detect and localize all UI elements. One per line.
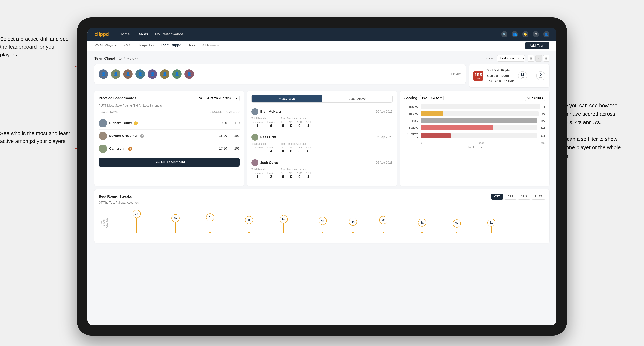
lb-badge-gold: 1 <box>134 121 138 125</box>
user-avatar-icon[interactable]: 👤 <box>543 31 550 37</box>
player-avatar-2[interactable]: 👤 <box>111 69 120 79</box>
chart-x-labels: 0 200 400 <box>404 141 545 144</box>
streak-filter-ott[interactable]: OTT <box>491 194 503 199</box>
pa-stats-josh: Total Rounds Tournament7 Practice2 <box>252 168 392 179</box>
pa-putt-rees: PUTT0 <box>306 146 311 154</box>
player-avatar-3[interactable]: 👤 <box>123 69 133 79</box>
bar-row-dbogeys: D.Bogeys + 131 <box>404 132 545 139</box>
streak-bubble-8: 4x <box>379 216 387 233</box>
lb-avatar-3 <box>99 145 107 153</box>
subnav-hcaps[interactable]: Hcaps 1-5 <box>138 43 154 48</box>
pa-ott-josh: OTT0 <box>281 172 286 179</box>
streaks-filter-buttons: OTT APP ARG PUTT <box>491 194 545 199</box>
annotation-bottom-left: See who is the most and least active amo… <box>0 129 74 145</box>
player-avatar-8[interactable]: 👤 <box>184 69 194 79</box>
lb-name-area-3: Cameron... 3 <box>109 147 214 151</box>
pa-practice-title-josh: Total Practice Activities <box>281 168 311 171</box>
lb-avg-2: 107 <box>232 134 240 138</box>
streak-bubble-10: 3x <box>453 219 461 233</box>
bar-fill-dbogeys <box>420 133 451 138</box>
chevron-down-icon: ▾ <box>236 96 237 100</box>
streak-bubble-6: 4x <box>319 217 327 233</box>
player-avatar-6[interactable]: 👤 <box>160 69 170 79</box>
lb-score-3: 17/20 <box>216 147 227 151</box>
subnav-pga[interactable]: PGA <box>123 43 131 48</box>
team-title-area: Team Clippd | 14 Players ✏ <box>94 56 138 60</box>
nav-link-home[interactable]: Home <box>119 32 130 36</box>
shot-circle-1: 16 yds <box>518 71 527 80</box>
streak-filter-putt[interactable]: PUTT <box>532 194 545 199</box>
pa-name-area-rees: Rees Britt <box>252 134 276 141</box>
scoring-player-filter[interactable]: All Players▾ <box>525 95 545 101</box>
streaks-y-axis-label: % A, Fairway Accuracy <box>100 218 108 228</box>
lb-name-2: Edward Crossman <box>109 134 138 138</box>
bar-label-dbogeys: D.Bogeys + <box>404 132 418 139</box>
pa-stats-blair: Total Rounds Tournament 7 Practice 6 <box>252 117 392 128</box>
player-avatar-4[interactable]: 👤 <box>136 69 145 79</box>
scoring-card: Scoring Par 3, 4 & 5s ▾ All Players▾ Eag… <box>400 91 550 186</box>
pa-rounds-title-josh: Total Rounds <box>252 168 275 171</box>
streak-filter-arg[interactable]: ARG <box>518 194 530 199</box>
pa-putt-blair: PUTT 1 <box>306 121 311 128</box>
streaks-chart-area: % A, Fairway Accuracy 7x 6x <box>99 207 545 239</box>
pa-ott-blair: OTT 0 <box>281 121 286 128</box>
list-view-button[interactable]: ≡ <box>536 55 542 61</box>
team-controls: Show: Last 3 months Last 6 months Last y… <box>486 55 550 61</box>
scoring-title: Scoring <box>404 96 418 100</box>
detail-view-button[interactable]: ⊟ <box>543 55 550 61</box>
grid-view-button[interactable]: ⊞ <box>528 55 534 61</box>
subnav-pgat[interactable]: PGAT Players <box>94 43 116 48</box>
people-icon[interactable]: 👥 <box>512 31 518 37</box>
player-avatar-7[interactable]: 👤 <box>172 69 182 79</box>
pa-practice-values-rees: OTT0 APP0 ARG0 PUTT0 <box>281 146 311 154</box>
bar-value-dbogeys: 131 <box>540 134 545 137</box>
streak-bubble-2: 6x <box>172 214 180 233</box>
bar-row-eagles: Eagles 3 <box>404 104 545 109</box>
scoring-par-filter[interactable]: Par 3, 4 & 5s ▾ <box>420 95 444 101</box>
settings-icon[interactable]: ⚙ <box>533 31 539 37</box>
nav-link-teams[interactable]: Teams <box>137 32 148 36</box>
tab-least-active[interactable]: Least Active <box>322 95 392 102</box>
lb-score-1: 19/20 <box>216 121 227 125</box>
add-team-button[interactable]: Add Team <box>525 42 550 49</box>
pa-section-practice-josh: Total Practice Activities OTT0 APP0 <box>281 168 311 179</box>
player-avatar-5[interactable]: 👤 <box>148 69 157 79</box>
subnav-tour[interactable]: Tour <box>188 43 195 48</box>
streak-circle-1: 7x <box>133 210 141 218</box>
bell-icon[interactable]: 🔔 <box>522 31 528 37</box>
pa-avatar-blair <box>252 108 258 115</box>
shot-end-lie: End Lie: In The Hole <box>487 78 514 84</box>
lb-name-area-1: Richard Butler 1 <box>109 121 214 125</box>
lb-dropdown[interactable]: PUTT Must Make Putting ... ▾ <box>196 95 240 101</box>
streak-filter-app[interactable]: APP <box>504 194 516 199</box>
search-icon[interactable]: 🔍 <box>501 31 508 37</box>
streaks-chart-inner: 7x 6x 6x <box>111 207 544 233</box>
lb-card-header: Practice Leaderboards PUTT Must Make Put… <box>99 95 240 101</box>
show-select[interactable]: Last 3 months Last 6 months Last year <box>497 55 525 61</box>
lb-row-2: Edward Crossman 2 18/20 107 <box>99 130 240 142</box>
pa-putt-josh: PUTT1 <box>306 172 311 179</box>
player-avatar-1[interactable]: 👤 <box>99 69 108 79</box>
pa-practice-values-blair: OTT 0 APP 0 ARG 0 <box>281 121 311 128</box>
lb-score-2: 18/20 <box>216 134 227 138</box>
lb-subtitle: PUTT Must Make Putting (3-6 ft), Last 3 … <box>99 104 240 107</box>
subnav-all-players[interactable]: All Players <box>202 43 219 48</box>
pa-name-rees: Rees Britt <box>260 135 276 139</box>
nav-link-performance[interactable]: My Performance <box>155 32 183 36</box>
pa-rounds-values-blair: Tournament 7 Practice 6 <box>252 121 275 128</box>
subnav-team-clippd[interactable]: Team Clippd <box>161 43 182 48</box>
annotation-top-left: Select a practice drill and see the lead… <box>0 35 74 58</box>
show-label: Show: <box>486 57 494 60</box>
player-activity-josh: Josh Coles 26 Aug 2023 Total Rounds Tour… <box>252 156 392 182</box>
view-icons: ⊞ ≡ ⊟ <box>528 55 550 61</box>
tab-most-active[interactable]: Most Active <box>252 95 322 102</box>
lb-name-3: Cameron... <box>109 147 126 150</box>
streak-line-1 <box>136 218 137 232</box>
bar-track-eagles <box>420 104 540 109</box>
lb-avg-1: 110 <box>232 121 240 125</box>
shot-dist: Shot Dist: 16 yds <box>487 68 514 73</box>
view-full-leaderboard-button[interactable]: View Full Leaderboard <box>99 158 240 167</box>
pa-avatar-rees <box>252 134 258 141</box>
lb-header: PLAYER NAME PB SCORE PB AVG SQ <box>99 110 240 115</box>
pa-arg-rees: ARG0 <box>297 146 302 154</box>
